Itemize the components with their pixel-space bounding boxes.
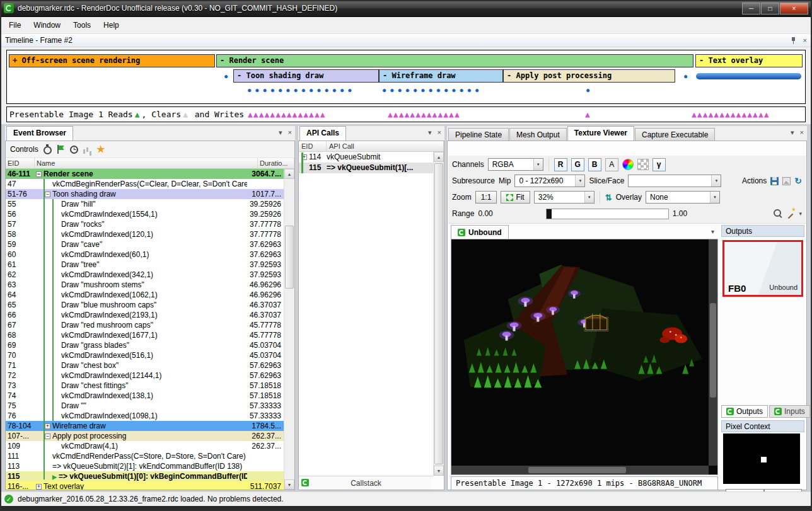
texture-viewport[interactable] bbox=[451, 239, 718, 475]
wireframe-draw-dots[interactable]: ●●●●●●●●●●●●● bbox=[382, 86, 482, 94]
expander-icon[interactable]: − bbox=[45, 192, 50, 197]
pin-icon[interactable] bbox=[790, 37, 797, 44]
gamma-button[interactable]: γ bbox=[652, 158, 666, 171]
alpha-channel-button[interactable]: A bbox=[605, 158, 618, 171]
draw-marker-dot[interactable]: ● bbox=[683, 73, 688, 79]
toolbar-overflow-chevron-icon[interactable]: ▾ bbox=[799, 210, 802, 217]
menu-item[interactable]: Window bbox=[27, 18, 67, 32]
dock-menu-icon[interactable]: ▾ bbox=[428, 129, 432, 136]
blue-channel-button[interactable]: B bbox=[588, 158, 601, 171]
expander-icon[interactable]: − bbox=[36, 171, 42, 177]
timeline-close-icon[interactable]: × bbox=[803, 37, 807, 44]
toon-draw-dots[interactable]: ●●●●●●●●●●●●●● bbox=[247, 86, 355, 94]
panel-tab[interactable]: Texture Viewer bbox=[567, 126, 634, 141]
timeline-section-toon[interactable]: - Toon shading draw bbox=[233, 69, 379, 83]
zoom-fit-button[interactable]: Fit bbox=[501, 191, 530, 204]
event-row[interactable]: 115 ▶=> vkQueueSubmit(1)[0]: vkBeginComm… bbox=[6, 471, 284, 481]
api-call-row[interactable]: +114 vkQueueSubmit bbox=[299, 152, 433, 163]
event-row[interactable]: 67 Draw "red mushroom caps" 45.77778 bbox=[6, 320, 284, 330]
event-row[interactable]: 113 => vkQueueSubmit(2)[1]: vkEndCommand… bbox=[6, 461, 284, 471]
red-channel-button[interactable]: R bbox=[554, 158, 567, 171]
texture-image[interactable] bbox=[451, 239, 709, 466]
event-row[interactable]: 63 Draw "mushroom stems" 46.96296 bbox=[6, 280, 284, 290]
event-row[interactable]: 51-76 −Toon shading draw 1017.7... bbox=[6, 189, 284, 199]
maximize-button[interactable]: □ bbox=[761, 3, 779, 14]
event-row[interactable]: 65 Draw "blue mushroom caps" 46.37037 bbox=[6, 300, 284, 310]
timeline-section-wireframe[interactable]: - Wireframe draw bbox=[379, 69, 503, 83]
zoom-range-icon[interactable] bbox=[774, 209, 782, 218]
scrollbar-thumb[interactable] bbox=[285, 226, 294, 289]
event-row[interactable]: 59 Draw "cave" 37.62963 bbox=[6, 239, 284, 250]
scrollbar-thumb[interactable] bbox=[528, 467, 626, 473]
event-row[interactable]: 69 Draw "grass blades" 45.03704 bbox=[6, 340, 284, 350]
postproc-draw-dot[interactable]: ● bbox=[586, 86, 593, 94]
event-row[interactable]: 46-111 −Render scene 3064.7... bbox=[6, 169, 284, 179]
tab-inputs[interactable]: Inputs bbox=[769, 405, 810, 418]
scrollbar-thumb[interactable] bbox=[434, 163, 443, 464]
event-row[interactable]: 47 vkCmdBeginRenderPass(C=Clear, D=Clear… bbox=[6, 179, 284, 189]
api-call-row[interactable]: 115 => vkQueueSubmit(1)[... bbox=[299, 163, 433, 173]
event-row[interactable]: 116-... +Text overlay 511.7037 bbox=[6, 481, 284, 490]
panel-tab[interactable]: Mesh Output bbox=[509, 128, 567, 141]
zoom-level-select[interactable]: 32% ▼ bbox=[534, 191, 594, 204]
event-row[interactable]: 76 vkCmdDrawIndexed(1098,1) 57.33333 bbox=[6, 411, 284, 421]
event-browser-scrollbar[interactable]: ▲ ▼ bbox=[284, 169, 294, 490]
overlay-select[interactable]: None ▼ bbox=[646, 191, 720, 204]
event-row[interactable]: 64 vkCmdDrawIndexed(1062,1) 46.96296 bbox=[6, 290, 284, 300]
expander-icon[interactable]: + bbox=[36, 484, 42, 490]
text-overlay-activity-bar[interactable] bbox=[696, 73, 801, 79]
event-row[interactable]: 73 Draw "chest fittings" 57.18518 bbox=[6, 381, 284, 391]
panel-tab[interactable]: Capture Executable bbox=[635, 128, 715, 141]
zoom-1to1-button[interactable]: 1:1 bbox=[475, 191, 497, 204]
menu-item[interactable]: Help bbox=[97, 18, 125, 32]
fb0-thumbnail[interactable]: FB0 Unbound bbox=[722, 240, 803, 297]
expander-icon[interactable]: + bbox=[45, 423, 50, 429]
dock-close-icon[interactable]: × bbox=[438, 129, 441, 136]
event-row[interactable]: 61 Draw "tree" 37.92593 bbox=[6, 260, 284, 270]
event-row[interactable]: 56 vkCmdDrawIndexed(1554,1) 39.25926 bbox=[6, 209, 284, 219]
panel-tab[interactable]: Pipeline State bbox=[448, 128, 509, 141]
close-button[interactable]: × bbox=[780, 3, 808, 14]
api-calls-scrollbar[interactable]: ▲ ▼ bbox=[433, 152, 444, 476]
tab-outputs[interactable]: Outputs bbox=[721, 405, 768, 418]
chart-icon[interactable] bbox=[83, 146, 91, 154]
texture-horizontal-scrollbar[interactable] bbox=[451, 466, 709, 474]
event-row[interactable]: 58 vkCmdDrawIndexed(120,1) 37.77778 bbox=[6, 229, 284, 239]
highlight-star-icon[interactable] bbox=[96, 145, 105, 154]
timeline-track[interactable]: + Off-screen scene rendering - Render sc… bbox=[6, 50, 806, 104]
slice-face-select[interactable]: ▼ bbox=[628, 175, 721, 187]
green-channel-button[interactable]: G bbox=[571, 158, 584, 171]
open-image-icon[interactable] bbox=[782, 177, 791, 185]
flip-y-icon[interactable]: ⇅ bbox=[605, 193, 612, 202]
tab-unbound-texture[interactable]: Unbound bbox=[451, 225, 509, 239]
tab-api-calls[interactable]: API Calls bbox=[299, 126, 346, 141]
scroll-down-icon[interactable]: ▼ bbox=[284, 479, 294, 490]
texture-tab-chevron-icon[interactable]: ▾ bbox=[711, 228, 714, 235]
event-row[interactable]: 78-104 +Wireframe draw 1784.5... bbox=[6, 421, 284, 431]
event-row[interactable]: 70 vkCmdDrawIndexed(516,1) 45.03704 bbox=[6, 350, 284, 360]
event-row[interactable]: 109 vkCmdDraw(4,1) 262.37... bbox=[6, 441, 284, 451]
refresh-icon[interactable]: ↻ bbox=[794, 176, 802, 186]
scroll-up-icon[interactable]: ▲ bbox=[284, 169, 294, 179]
channels-select[interactable]: RGBA ▼ bbox=[488, 158, 543, 171]
event-row[interactable]: 74 vkCmdDrawIndexed(138,1) 57.18518 bbox=[6, 391, 284, 401]
event-row[interactable]: 62 vkCmdDrawIndexed(342,1) 37.92593 bbox=[6, 270, 284, 280]
timeline-section-text-overlay[interactable]: - Text overlay bbox=[695, 54, 803, 67]
event-row[interactable]: 55 Draw "hill" 39.25926 bbox=[6, 199, 284, 209]
tab-event-browser[interactable]: Event Browser bbox=[6, 126, 73, 141]
event-row[interactable]: 60 vkCmdDrawIndexed(60,1) 37.62963 bbox=[6, 250, 284, 260]
texture-vertical-scrollbar[interactable] bbox=[709, 239, 717, 466]
minimize-button[interactable]: ─ bbox=[742, 3, 760, 14]
scrollbar-thumb[interactable] bbox=[710, 303, 716, 398]
timeline-section-render-scene[interactable]: - Render scene bbox=[216, 54, 693, 67]
dock-menu-icon[interactable]: ▾ bbox=[791, 129, 794, 136]
color-wheel-icon[interactable] bbox=[622, 159, 634, 170]
clock-icon[interactable] bbox=[70, 146, 78, 154]
save-texture-icon[interactable] bbox=[770, 177, 779, 185]
mip-select[interactable]: 0 - 1272x690 ▼ bbox=[514, 175, 585, 187]
timeline-section-postproc[interactable]: - Apply post processing bbox=[503, 69, 675, 83]
event-row[interactable]: 107-... −Apply post processing 262.37... bbox=[6, 431, 284, 441]
event-row[interactable]: 66 vkCmdDrawIndexed(2193,1) 46.37037 bbox=[6, 310, 284, 320]
event-row[interactable]: 75 Draw "" 57.33333 bbox=[6, 401, 284, 411]
autofit-wand-icon[interactable]: ★ bbox=[786, 209, 795, 218]
